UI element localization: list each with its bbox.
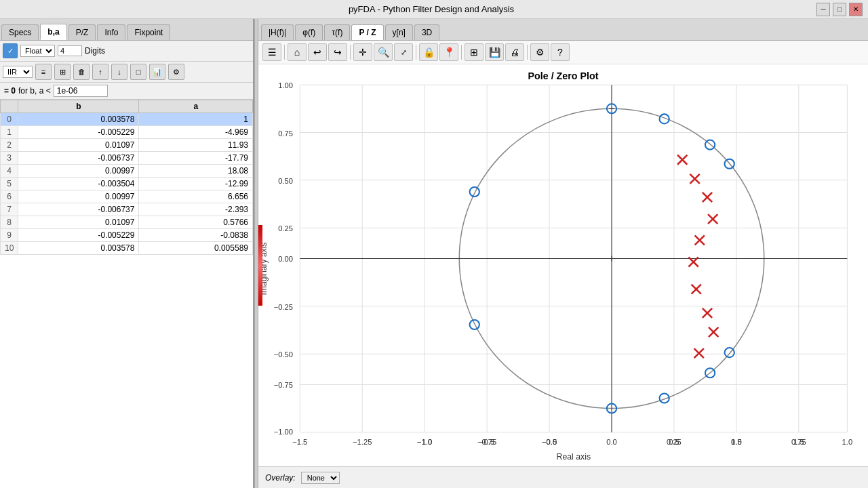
table-cell-a[interactable]: 11.93	[139, 139, 253, 152]
for-text: for b, a <	[18, 86, 51, 96]
table-cell-b[interactable]: -0.005229	[18, 126, 139, 139]
upload-icon-btn[interactable]: ↑	[92, 64, 108, 80]
undo-btn[interactable]: ↩	[308, 43, 327, 61]
svg-text:−0.5: −0.5	[479, 438, 494, 446]
toolbar-sep-5	[527, 45, 528, 60]
delete-icon-btn[interactable]: 🗑	[73, 64, 90, 80]
pole-zero-svg: Pole / Zero Plot	[258, 64, 868, 466]
home-btn[interactable]: ⌂	[288, 43, 307, 61]
tab-tau[interactable]: τ(f)	[324, 24, 350, 40]
tab-phi[interactable]: φ(f)	[295, 24, 323, 40]
plot-toolbar: ☰ ⌂ ↩ ↪ ✛ 🔍 ⤢ 🔒 📍 ⊞ 💾 🖨 ⚙ ?	[258, 41, 868, 64]
svg-text:0.00: 0.00	[278, 256, 293, 264]
grid-btn[interactable]: ⊞	[465, 43, 484, 61]
overlay-select[interactable]: None	[301, 472, 340, 484]
window-title: pyFDA - Python Filter Design and Analysi…	[46, 4, 816, 14]
plot-area: Pole / Zero Plot	[258, 64, 868, 466]
table-row[interactable]: 20.0109711.93	[1, 139, 253, 152]
table-cell-b[interactable]: 0.01097	[18, 139, 139, 152]
minimize-button[interactable]: ─	[816, 3, 830, 16]
settings-icon-btn[interactable]: ⚙	[168, 64, 184, 80]
svg-rect-0	[258, 64, 868, 466]
hamburger-menu-btn[interactable]: ☰	[262, 43, 281, 61]
table-cell-a[interactable]: 1	[139, 113, 253, 126]
crosshair-btn[interactable]: ✛	[353, 43, 372, 61]
table-cell-b[interactable]: -0.006737	[18, 203, 139, 216]
table-row[interactable]: 5-0.003504-12.99	[1, 178, 253, 190]
toolbar-sep-1	[284, 45, 285, 60]
table-row-idx: 8	[1, 216, 18, 229]
zoom-extend-btn[interactable]: ⤢	[394, 43, 413, 61]
table-row[interactable]: 00.0035781	[1, 113, 253, 126]
table-row[interactable]: 7-0.006737-2.393	[1, 203, 253, 216]
table-cell-a[interactable]: -2.393	[139, 203, 253, 216]
table-cell-a[interactable]: -4.969	[139, 126, 253, 139]
pin-btn[interactable]: 📍	[439, 43, 458, 61]
table-cell-b[interactable]: 0.00997	[18, 165, 139, 178]
table-cell-b[interactable]: -0.006737	[18, 152, 139, 165]
svg-text:1.5: 1.5	[793, 438, 804, 446]
zoom-btn[interactable]: 🔍	[374, 43, 393, 61]
table-row[interactable]: 9-0.005229-0.0838	[1, 229, 253, 242]
threshold-input[interactable]	[54, 85, 108, 97]
tab-ba[interactable]: b,a	[40, 24, 66, 40]
table-cell-a[interactable]: 6.656	[139, 190, 253, 203]
redo-btn[interactable]: ↪	[328, 43, 347, 61]
table-row[interactable]: 80.010970.5766	[1, 216, 253, 229]
tab-specs[interactable]: Specs	[1, 24, 39, 40]
table-cell-b[interactable]: 0.00997	[18, 190, 139, 203]
list-icon-btn[interactable]: ≡	[35, 64, 52, 80]
table-row[interactable]: 100.0035780.005589	[1, 242, 253, 255]
table-cell-a[interactable]: 0.005589	[139, 242, 253, 255]
format-select[interactable]: Float	[20, 45, 55, 57]
table-row[interactable]: 1-0.005229-4.969	[1, 126, 253, 139]
close-button[interactable]: ✕	[849, 3, 863, 16]
check-button[interactable]: ✓	[3, 43, 18, 58]
svg-text:0.75: 0.75	[278, 129, 293, 138]
svg-text:0.5: 0.5	[669, 438, 679, 446]
maximize-button[interactable]: □	[833, 3, 846, 16]
tab-pz[interactable]: P/Z	[68, 24, 96, 40]
col-header-index	[1, 100, 18, 113]
svg-text:1.00: 1.00	[278, 81, 293, 89]
print-btn[interactable]: 🖨	[505, 43, 524, 61]
tab-pz-plot[interactable]: P / Z	[351, 24, 383, 40]
svg-text:−0.75: −0.75	[274, 381, 293, 389]
digits-input[interactable]	[58, 45, 82, 56]
tab-yn[interactable]: y[n]	[385, 24, 413, 40]
table-cell-a[interactable]: 0.5766	[139, 216, 253, 229]
table-cell-b[interactable]: 0.003578	[18, 113, 139, 126]
overlay-bar: Overlay: None	[258, 466, 868, 488]
toolbar-sep-2	[350, 45, 351, 60]
tab-fixpoint[interactable]: Fixpoint	[127, 24, 170, 40]
table-cell-a[interactable]: -12.99	[139, 178, 253, 190]
tab-hf[interactable]: |H(f)|	[261, 24, 294, 40]
table-cell-a[interactable]: -0.0838	[139, 229, 253, 242]
svg-text:0.50: 0.50	[278, 177, 293, 185]
table-cell-b[interactable]: -0.005229	[18, 229, 139, 242]
filter-icon-btn[interactable]: ⊞	[54, 64, 71, 80]
table-row-idx: 2	[1, 139, 18, 152]
table-row-idx: 7	[1, 203, 18, 216]
table-cell-a[interactable]: -17.79	[139, 152, 253, 165]
table-cell-b[interactable]: 0.01097	[18, 216, 139, 229]
config-btn[interactable]: ⚙	[530, 43, 549, 61]
table-cell-a[interactable]: 18.08	[139, 165, 253, 178]
save-btn[interactable]: 💾	[485, 43, 504, 61]
graph-icon-btn[interactable]: 📊	[149, 64, 165, 80]
left-tab-bar: Specs b,a P/Z Info Fixpoint	[0, 19, 253, 41]
lock-btn[interactable]: 🔒	[419, 43, 438, 61]
table-cell-b[interactable]: 0.003578	[18, 242, 139, 255]
svg-text:1.0: 1.0	[731, 438, 742, 446]
tab-info[interactable]: Info	[97, 24, 125, 40]
download-icon-btn[interactable]: ↓	[111, 64, 127, 80]
svg-text:1.0: 1.0	[842, 438, 853, 446]
table-row[interactable]: 3-0.006737-17.79	[1, 152, 253, 165]
table-cell-b[interactable]: -0.003504	[18, 178, 139, 190]
square-icon-btn[interactable]: □	[130, 64, 146, 80]
table-row[interactable]: 60.009976.656	[1, 190, 253, 203]
tab-3d[interactable]: 3D	[414, 24, 439, 40]
filter-type-select[interactable]: IIR	[3, 66, 33, 78]
table-row[interactable]: 40.0099718.08	[1, 165, 253, 178]
help-btn[interactable]: ?	[551, 43, 570, 61]
